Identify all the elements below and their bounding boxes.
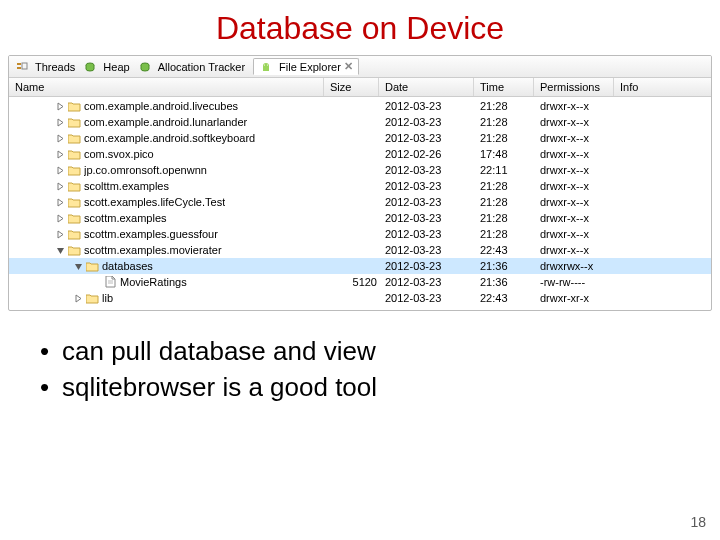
- table-row[interactable]: com.example.android.softkeyboard2012-03-…: [9, 130, 711, 146]
- folder-icon: [67, 133, 81, 144]
- cell-perm: drwxr-x--x: [540, 146, 620, 162]
- heap-icon: [138, 61, 152, 73]
- cell-perm: drwxrwx--x: [540, 258, 620, 274]
- table-row[interactable]: scolttm.examples2012-03-2321:28drwxr-x--…: [9, 178, 711, 194]
- chevron-right-icon[interactable]: [55, 101, 65, 111]
- folder-icon: [67, 213, 81, 224]
- cell-perm: drwxr-xr-x: [540, 290, 620, 306]
- file-name: scottm.examples.guessfour: [84, 226, 218, 242]
- cell-time: 21:28: [480, 210, 540, 226]
- file-name: com.svox.pico: [84, 146, 154, 162]
- column-headers: Name Size Date Time Permissions Info: [9, 78, 711, 97]
- col-info[interactable]: Info: [614, 78, 711, 96]
- table-row[interactable]: jp.co.omronsoft.openwnn2012-03-2322:11dr…: [9, 162, 711, 178]
- chevron-right-icon[interactable]: [55, 165, 65, 175]
- col-name[interactable]: Name: [9, 78, 324, 96]
- chevron-down-icon[interactable]: [55, 245, 65, 255]
- cell-perm: drwxr-x--x: [540, 98, 620, 114]
- cell-date: 2012-03-23: [385, 114, 480, 130]
- chevron-right-icon[interactable]: [55, 149, 65, 159]
- folder-icon: [85, 261, 99, 272]
- tab-threads[interactable]: Threads: [15, 61, 75, 73]
- cell-date: 2012-03-23: [385, 130, 480, 146]
- chevron-down-icon[interactable]: [73, 261, 83, 271]
- cell-perm: drwxr-x--x: [540, 210, 620, 226]
- svg-rect-0: [17, 63, 21, 65]
- cell-date: 2012-03-23: [385, 258, 480, 274]
- svg-point-5: [264, 64, 265, 65]
- table-row[interactable]: MovieRatings51202012-03-2321:36-rw-rw---…: [9, 274, 711, 290]
- col-permissions[interactable]: Permissions: [534, 78, 614, 96]
- col-date[interactable]: Date: [379, 78, 474, 96]
- table-row[interactable]: com.svox.pico2012-02-2617:48drwxr-x--x: [9, 146, 711, 162]
- file-name: com.example.android.softkeyboard: [84, 130, 255, 146]
- col-time[interactable]: Time: [474, 78, 534, 96]
- table-row[interactable]: scottm.examples.movierater2012-03-2322:4…: [9, 242, 711, 258]
- cell-date: 2012-03-23: [385, 194, 480, 210]
- folder-icon: [67, 197, 81, 208]
- table-row[interactable]: scottm.examples2012-03-2321:28drwxr-x--x: [9, 210, 711, 226]
- cell-perm: drwxr-x--x: [540, 242, 620, 258]
- file-icon: [103, 276, 117, 288]
- file-name: scolttm.examples: [84, 178, 169, 194]
- cell-time: 22:43: [480, 242, 540, 258]
- file-name: jp.co.omronsoft.openwnn: [84, 162, 207, 178]
- chevron-right-icon[interactable]: [55, 229, 65, 239]
- chevron-right-icon[interactable]: [55, 197, 65, 207]
- folder-icon: [67, 181, 81, 192]
- folder-icon: [67, 117, 81, 128]
- cell-date: 2012-03-23: [385, 178, 480, 194]
- cell-time: 17:48: [480, 146, 540, 162]
- chevron-right-icon[interactable]: [73, 293, 83, 303]
- tab-label: File Explorer: [279, 61, 341, 73]
- cell-date: 2012-03-23: [385, 242, 480, 258]
- chevron-right-icon[interactable]: [55, 213, 65, 223]
- chevron-right-icon[interactable]: [55, 117, 65, 127]
- file-name: scott.examples.lifeCycle.Test: [84, 194, 225, 210]
- tab-alloc[interactable]: Allocation Tracker: [138, 61, 245, 73]
- file-name: scottm.examples: [84, 210, 167, 226]
- file-explorer-panel: Threads Heap Allocation Tracker File Exp…: [8, 55, 712, 311]
- file-name: com.example.android.lunarlander: [84, 114, 247, 130]
- tab-bar: Threads Heap Allocation Tracker File Exp…: [9, 56, 711, 78]
- table-row[interactable]: com.example.android.lunarlander2012-03-2…: [9, 114, 711, 130]
- cell-perm: drwxr-x--x: [540, 178, 620, 194]
- expander-placeholder: [91, 277, 101, 287]
- tab-heap[interactable]: Heap: [83, 61, 129, 73]
- cell-perm: drwxr-x--x: [540, 130, 620, 146]
- file-name: databases: [102, 258, 153, 274]
- cell-date: 2012-03-23: [385, 162, 480, 178]
- table-row[interactable]: scottm.examples.guessfour2012-03-2321:28…: [9, 226, 711, 242]
- cell-time: 21:28: [480, 194, 540, 210]
- chevron-right-icon[interactable]: [55, 133, 65, 143]
- cell-date: 2012-03-23: [385, 226, 480, 242]
- list-item: •sqlitebrowser is a good tool: [40, 372, 680, 403]
- cell-perm: drwxr-x--x: [540, 194, 620, 210]
- file-name: lib: [102, 290, 113, 306]
- cell-time: 21:28: [480, 130, 540, 146]
- table-row[interactable]: lib2012-03-2322:43drwxr-xr-x: [9, 290, 711, 306]
- cell-time: 22:11: [480, 162, 540, 178]
- col-size[interactable]: Size: [324, 78, 379, 96]
- table-row[interactable]: scott.examples.lifeCycle.Test2012-03-232…: [9, 194, 711, 210]
- table-row[interactable]: databases2012-03-2321:36drwxrwx--x: [9, 258, 711, 274]
- folder-icon: [85, 293, 99, 304]
- folder-icon: [67, 229, 81, 240]
- file-name: com.example.android.livecubes: [84, 98, 238, 114]
- cell-time: 21:36: [480, 258, 540, 274]
- cell-date: 2012-03-23: [385, 290, 480, 306]
- bullet-list: •can pull database and view •sqlitebrows…: [40, 336, 680, 403]
- chevron-right-icon[interactable]: [55, 181, 65, 191]
- cell-time: 21:28: [480, 114, 540, 130]
- cell-size: 5120: [330, 274, 385, 290]
- table-row[interactable]: com.example.android.livecubes2012-03-232…: [9, 98, 711, 114]
- tab-file-explorer[interactable]: File Explorer ✕: [253, 58, 359, 75]
- file-tree: com.example.android.livecubes2012-03-232…: [9, 97, 711, 310]
- heap-icon: [83, 61, 97, 73]
- svg-point-6: [267, 64, 268, 65]
- cell-time: 21:28: [480, 226, 540, 242]
- close-icon[interactable]: ✕: [344, 60, 353, 73]
- cell-perm: drwxr-x--x: [540, 162, 620, 178]
- cell-time: 21:28: [480, 178, 540, 194]
- slide-title: Database on Device: [0, 10, 720, 47]
